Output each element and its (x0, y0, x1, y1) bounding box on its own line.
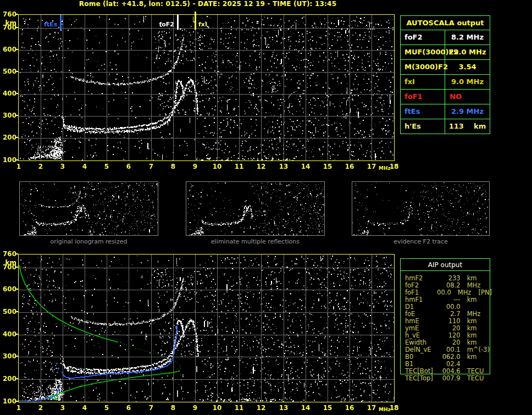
x-axis-label: 8 (171, 404, 175, 412)
aip-param-value: 00.0 (431, 289, 451, 296)
x-axis-label: 5 (104, 404, 109, 412)
x-axis-label: 16 (345, 404, 354, 412)
thumbnail-eliminate-reflections (186, 181, 325, 236)
gridline-horizontal (19, 268, 394, 268)
x-axis-label: 18 (390, 163, 399, 170)
autoscala-param-label: h'Es (401, 119, 445, 134)
y-axis-tick (15, 253, 18, 254)
y-axis-unit: km (0, 19, 16, 27)
gridline-vertical (151, 15, 152, 161)
y-axis-tick (15, 159, 18, 161)
caption-eliminate-reflections: eliminate multiple reflections (186, 238, 325, 245)
x-axis-label: 4 (82, 163, 87, 170)
x-axis-label: 12 (257, 404, 266, 412)
autoscala-param-value: 8.2 MHz (445, 30, 490, 45)
gridline-vertical (107, 15, 107, 161)
y-axis-label: 100 (0, 156, 16, 164)
y-axis-label: 400 (0, 90, 16, 97)
gridline-vertical (195, 15, 196, 161)
y-axis-tick (15, 49, 18, 50)
thumbnail-eliminate-canvas (186, 182, 324, 235)
autoscala-param-value: 29.0 MHz (445, 45, 490, 59)
y-axis-label: 300 (0, 112, 16, 119)
gridline-horizontal (19, 335, 394, 335)
autoscala-row-h-es: h'Es113 km (401, 119, 490, 134)
gridline-horizontal (19, 94, 394, 95)
aip-param-value: 007.9 (436, 375, 460, 382)
marker-label-fxi: fxI (198, 21, 207, 28)
x-axis-label: 10 (213, 404, 222, 412)
marker-line-fxi (195, 12, 196, 30)
autoscala-param-value: NO (445, 90, 490, 104)
marker-line-fof2 (177, 15, 179, 30)
autoscala-param-value: 3.54 (445, 60, 490, 74)
x-axis-label: 14 (301, 163, 311, 170)
autoscala-row-ftes: ftEs2.9 MHz (401, 104, 490, 119)
gridline-vertical (284, 15, 284, 161)
x-axis-label: 9 (193, 404, 197, 412)
y-axis-label: 300 (0, 352, 16, 360)
aip-output-table: AIP output hmF2233kmfoF208.2MHzfoF100.0M… (400, 258, 490, 374)
y-axis-tick (15, 71, 18, 72)
top-ionogram-plot: ftEsfoF2fxI (18, 14, 395, 161)
y-axis-tick (15, 137, 18, 138)
autoscala-row-fof2: foF28.2 MHz (401, 30, 490, 45)
thumbnail-evidence-f2 (352, 181, 490, 236)
autoscala-row-fof1: foF1NO (401, 89, 490, 104)
gridline-vertical (328, 15, 328, 161)
x-axis-label: 7 (149, 404, 153, 412)
gridline-vertical (350, 15, 350, 161)
y-axis-label: 200 (0, 134, 16, 141)
y-axis-tick (15, 267, 18, 268)
x-axis-label: 6 (126, 404, 131, 412)
y-axis-label: 500 (0, 68, 16, 75)
marker-label-fof2: foF2 (159, 21, 174, 28)
x-axis-label: 12 (257, 163, 266, 170)
aip-table-rows: hmF2233kmfoF208.2MHzfoF100.0MHz[PN]hmF1-… (405, 275, 492, 382)
autoscala-table-rows: foF28.2 MHzMUF(3000)F229.0 MHzM(3000)F23… (401, 30, 490, 134)
gridline-horizontal (19, 28, 394, 29)
gridline-vertical (63, 15, 63, 161)
autoscala-row-muf-3000-f2: MUF(3000)F229.0 MHz (401, 45, 490, 59)
x-axis-label: 18 (390, 404, 399, 412)
y-axis-tick (15, 334, 18, 335)
x-axis-label: 3 (60, 163, 65, 170)
gridline-vertical (217, 15, 218, 161)
autoscala-row-m-3000-f2: M(3000)F23.54 (401, 59, 490, 74)
x-axis-label: 17 (367, 163, 376, 170)
x-axis-label: 15 (323, 163, 332, 170)
x-axis-label: 3 (60, 404, 65, 412)
autoscala-output-table: AUTOSCALA output foF28.2 MHzMUF(3000)F22… (400, 15, 490, 134)
x-axis-label: 1 (16, 404, 21, 412)
top-ionogram-canvas (19, 15, 394, 161)
aip-param-unit: TECU (467, 375, 492, 382)
gridline-vertical (173, 15, 174, 161)
autoscala-output-window: Rome (lat: +41.8, lon: 012.5) - DATE: 20… (0, 0, 532, 415)
gridline-vertical (41, 15, 41, 161)
aip-param-unit: km (467, 353, 492, 361)
x-axis-label: 9 (193, 163, 197, 170)
y-axis-tick (15, 93, 18, 94)
gridline-horizontal (19, 290, 394, 290)
x-axis-label: 14 (301, 404, 311, 412)
x-axis-label: 13 (279, 404, 289, 412)
autoscala-param-label: foF2 (401, 30, 445, 45)
page-title: Rome (lat: +41.8, lon: 012.5) - DATE: 20… (18, 0, 397, 8)
x-axis-label: 11 (235, 404, 244, 412)
autoscala-param-label: ftEs (401, 104, 445, 119)
autoscala-param-value: 9.0 MHz (445, 75, 490, 89)
y-axis-tick (15, 356, 18, 357)
caption-original-ionogram: original ionogram resized (19, 238, 158, 245)
gridline-vertical (239, 15, 240, 161)
gridline-vertical (306, 15, 306, 161)
x-axis-label: 2 (38, 404, 43, 412)
gridline-horizontal (19, 312, 394, 313)
y-axis-label: 760 (0, 10, 16, 18)
aip-row-tec-top-: TEC[Top]007.9TECU (405, 375, 492, 382)
autoscala-param-label: M(3000)F2 (401, 60, 445, 74)
y-axis-tick (15, 401, 18, 402)
marker-label-ftes: ftEs (44, 21, 57, 28)
y-axis-tick (15, 311, 18, 312)
bottom-ionogram-plot (18, 254, 395, 402)
gridline-horizontal (19, 357, 394, 357)
